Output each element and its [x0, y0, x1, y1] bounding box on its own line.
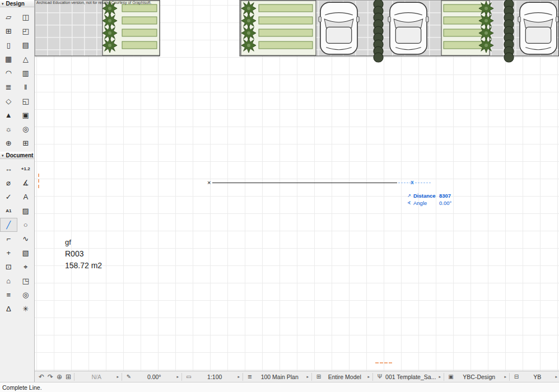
zone-area: 158.72 m2 [65, 260, 102, 272]
drawing-tool[interactable]: ⊡ [0, 260, 17, 274]
door-tool[interactable]: ◫ [17, 10, 35, 24]
circle-tool[interactable]: ○ [17, 218, 35, 232]
scale-selector-value: 1:100 [193, 374, 236, 380]
design-section-header[interactable]: ▾ Design [0, 0, 34, 7]
template-selector-value: 001 Template_Sa... [384, 374, 437, 380]
elevation-tool[interactable]: ⌂ [0, 274, 17, 288]
design-section-label: Design [6, 1, 25, 7]
shell-tool[interactable]: ◠ [0, 66, 17, 80]
input-tracker: ↗ Distance 8307 ∢ Angle 0.00° [407, 192, 451, 207]
scale-selector[interactable]: ▭1:100▸ [183, 372, 241, 382]
camera-tool[interactable]: ✳ [17, 302, 35, 316]
story-selector[interactable]: ≣100 Main Plan▸ [244, 372, 310, 382]
radial-dimension-tool-icon: ⌀ [6, 179, 11, 186]
railing-tool[interactable]: ‖ [17, 80, 35, 94]
change-tool[interactable]: Δ [0, 302, 17, 316]
hotlink-tool[interactable]: ⊕ [0, 136, 17, 150]
window-tool[interactable]: ⊞ [0, 24, 17, 38]
corner-window-tool[interactable]: ◰ [17, 24, 35, 38]
orientation-selector-value: 0.00° [133, 374, 175, 380]
zoom-in-icon[interactable]: ⊕ [55, 372, 64, 382]
distance-value[interactable]: 8307 [439, 192, 451, 199]
mesh-tool[interactable]: ▲ [0, 108, 17, 122]
story-selector-value: 100 Main Plan [254, 374, 305, 380]
chevron-right-icon: ▸ [439, 375, 441, 379]
stair-tool[interactable]: ≣ [0, 80, 17, 94]
elevation-tool-icon: ⌂ [6, 277, 11, 284]
object-tool[interactable]: ▣ [17, 108, 35, 122]
mesh-tool-icon: ▲ [5, 111, 12, 119]
curtain-wall-tool[interactable]: ▥ [17, 66, 35, 80]
separator [122, 373, 122, 381]
line-tool[interactable]: ╱ [0, 218, 17, 232]
worksheet-tool-icon: ≡ [6, 291, 11, 298]
profile-selector-value: YBC-Design [455, 374, 503, 380]
morph-tool[interactable]: ◇ [0, 94, 17, 108]
zoom-undo-icon[interactable]: ↶ [37, 372, 46, 382]
beam-tool-icon: ▤ [22, 41, 29, 49]
grid-tool[interactable]: ⊞ [17, 136, 35, 150]
chevron-right-icon: ▸ [117, 375, 119, 379]
overflow-selector-icon: ⊟ [513, 374, 520, 380]
drawing-tool-icon: ⊡ [6, 263, 12, 270]
figure-tool[interactable]: ▧ [17, 246, 35, 260]
fill-tool[interactable]: ▨ [17, 204, 35, 218]
elevation-dimension-tool-icon: ✓ [6, 193, 12, 200]
section-tool[interactable]: ⌖ [17, 260, 35, 274]
polyline-tool-icon: ⌐ [6, 235, 11, 242]
scale-selector-icon: ▭ [185, 374, 193, 380]
roof-tool[interactable]: △ [17, 52, 35, 66]
text-tool[interactable]: A [17, 190, 35, 204]
grid-tool-icon: ⊞ [22, 139, 29, 147]
hotspot-tool[interactable]: + [0, 246, 17, 260]
lamp-tool[interactable]: ☼ [0, 122, 17, 136]
cursor-x-marker: x [411, 179, 414, 185]
chevron-right-icon: ▸ [504, 375, 506, 379]
object-tool-icon: ▣ [22, 111, 29, 119]
drawn-line [212, 183, 397, 183]
level-dimension-tool[interactable]: +1.2 [17, 162, 35, 176]
overflow-selector[interactable]: ⊟YB▸ [511, 372, 559, 382]
zone-tool[interactable]: ◱ [17, 94, 35, 108]
wall-tool[interactable]: ▱ [0, 10, 17, 24]
dimension-tool[interactable]: ↔ [0, 162, 17, 176]
angle-value[interactable]: 0.00° [439, 199, 451, 207]
detail-tool-icon: ◎ [22, 291, 29, 298]
model-filter-selector[interactable]: ⊞Entire Model▸ [313, 372, 371, 382]
opening-tool[interactable]: ◎ [17, 122, 35, 136]
template-selector[interactable]: Ψ001 Template_Sa...▸ [374, 372, 442, 382]
separator [74, 373, 74, 381]
profile-selector[interactable]: ▣YBC-Design▸ [445, 372, 508, 382]
floor-plan-canvas[interactable]: Archicad Education version, not for resa… [35, 0, 559, 371]
opening-tool-icon: ◎ [22, 125, 29, 133]
spline-tool[interactable]: ∿ [17, 232, 35, 246]
polyline-tool[interactable]: ⌐ [0, 232, 17, 246]
document-section-header[interactable]: ▾ Document [0, 152, 34, 159]
level-dimension-tool-icon: +1.2 [21, 167, 30, 171]
distance-label: Distance [413, 192, 439, 199]
angle-dimension-tool[interactable]: ∡ [17, 176, 35, 190]
column-tool-icon: ▯ [7, 41, 11, 49]
camera-tool-icon: ✳ [22, 305, 29, 312]
detail-tool[interactable]: ◎ [17, 288, 35, 302]
radial-dimension-tool[interactable]: ⌀ [0, 176, 17, 190]
line-start-marker: × [207, 179, 211, 186]
interior-elevation-tool[interactable]: ◳ [17, 274, 35, 288]
angle-icon: ∢ [407, 199, 413, 207]
chevron-right-icon: ▸ [176, 375, 179, 379]
zone-name: gf [65, 236, 102, 248]
orientation-selector[interactable]: ✎0.00°▸ [123, 372, 180, 382]
profile-selector-icon: ▣ [447, 374, 455, 380]
pen-set-selector[interactable]: N/A▸ [76, 372, 120, 382]
label-tool[interactable]: A1 [0, 204, 17, 218]
column-tool[interactable]: ▯ [0, 38, 17, 52]
model-filter-selector-icon: ⊞ [315, 374, 323, 380]
beam-tool[interactable]: ▤ [17, 38, 35, 52]
slab-tool[interactable]: ▦ [0, 52, 17, 66]
worksheet-tool[interactable]: ≡ [0, 288, 17, 302]
door-tool-icon: ◫ [22, 13, 29, 21]
elevation-dimension-tool[interactable]: ✓ [0, 190, 17, 204]
document-section-label: Document [6, 152, 34, 158]
fit-in-window-icon[interactable]: ⊞ [64, 372, 73, 382]
zoom-redo-icon[interactable]: ↷ [46, 372, 55, 382]
